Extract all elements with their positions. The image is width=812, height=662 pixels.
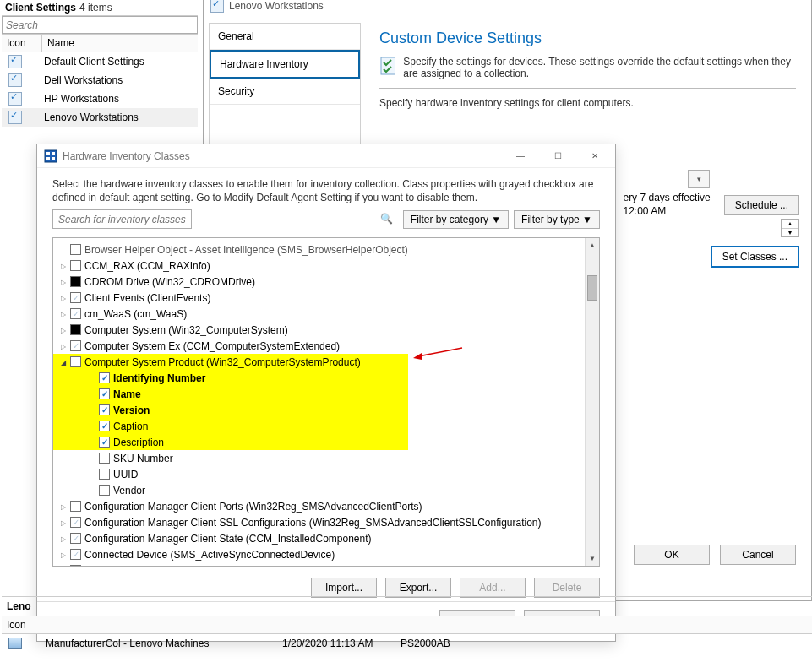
checkbox[interactable] xyxy=(70,356,81,367)
column-header-icon[interactable]: Icon xyxy=(2,35,42,52)
list-item[interactable]: Lenovo Workstations xyxy=(2,108,198,127)
client-settings-search[interactable] xyxy=(2,16,198,34)
tree-property-row[interactable]: Description xyxy=(53,434,408,450)
expand-toggle-icon[interactable] xyxy=(58,357,68,366)
checkbox[interactable] xyxy=(70,244,81,255)
checkbox[interactable] xyxy=(70,324,81,335)
tree-class-row[interactable]: Configuration Manager Client Ports (Win3… xyxy=(53,498,599,514)
expand-toggle-icon[interactable] xyxy=(58,341,68,350)
tree-class-row[interactable]: Computer System Ex (CCM_ComputerSystemEx… xyxy=(53,338,599,354)
list-item[interactable]: Dell Workstations xyxy=(2,71,198,90)
checkbox[interactable] xyxy=(70,292,81,303)
expand-toggle-icon[interactable] xyxy=(58,550,68,559)
tree-class-row[interactable]: Configuration Manager Client SSL Configu… xyxy=(53,514,599,530)
dialog-title-bar: Lenovo Workstations xyxy=(204,0,811,18)
expand-toggle-icon[interactable] xyxy=(58,518,68,527)
checkbox[interactable] xyxy=(99,453,110,464)
column-header-name[interactable]: Name xyxy=(42,35,198,52)
expand-toggle-icon[interactable] xyxy=(58,534,68,543)
tree-item-label: UUID xyxy=(113,469,138,480)
tab-general[interactable]: General xyxy=(210,24,360,50)
scroll-thumb[interactable] xyxy=(587,275,597,301)
tree-property-row[interactable]: Name xyxy=(53,386,408,402)
collections-title: Leno xyxy=(7,600,31,612)
checkbox[interactable] xyxy=(70,276,81,287)
expand-toggle-icon[interactable] xyxy=(58,261,68,270)
import-button[interactable]: Import... xyxy=(311,578,377,598)
filter-type-button[interactable]: Filter by type ▼ xyxy=(514,210,600,229)
column-header-name[interactable] xyxy=(46,616,282,633)
tree-property-row[interactable]: SKU Number xyxy=(53,450,599,466)
maximize-button[interactable]: ☐ xyxy=(539,146,576,166)
checkbox[interactable] xyxy=(70,549,81,560)
checkbox[interactable] xyxy=(70,565,81,566)
checkbox[interactable] xyxy=(99,485,110,496)
tree-property-row[interactable]: Vendor xyxy=(53,482,599,498)
checkbox[interactable] xyxy=(99,388,110,399)
ok-button[interactable]: OK xyxy=(634,545,710,565)
tree-property-row[interactable]: Caption xyxy=(53,418,408,434)
tree-class-row[interactable]: Client Events (ClientEvents) xyxy=(53,290,599,306)
set-classes-button[interactable]: Set Classes ... xyxy=(711,246,799,268)
list-item[interactable]: Default Client Settings xyxy=(2,52,198,71)
expand-toggle-icon[interactable] xyxy=(58,309,68,318)
checkbox[interactable] xyxy=(70,501,81,512)
expand-toggle-icon[interactable] xyxy=(58,293,68,302)
client-settings-column-headers: Icon Name xyxy=(2,34,198,52)
checkbox[interactable] xyxy=(70,517,81,528)
schedule-button[interactable]: Schedule ... xyxy=(724,195,799,215)
checkbox[interactable] xyxy=(99,372,110,383)
dialog-title-bar[interactable]: Hardware Inventory Classes — ☐ ✕ xyxy=(37,144,615,168)
chevron-down-icon: ▾ xyxy=(697,175,701,183)
tree-class-row[interactable]: CCM_RAX (CCM_RAXInfo) xyxy=(53,258,599,274)
class-search-input[interactable] xyxy=(52,209,192,229)
tree-property-row[interactable]: Identifying Number xyxy=(53,370,408,386)
checklist-icon xyxy=(379,56,395,76)
checkbox[interactable] xyxy=(99,421,110,431)
tab-security[interactable]: Security xyxy=(210,79,360,105)
checkbox[interactable] xyxy=(70,260,81,271)
column-header-icon[interactable]: Icon xyxy=(2,616,46,633)
close-button[interactable]: ✕ xyxy=(576,146,613,166)
tree-class-row[interactable]: Computer System (Win32_ComputerSystem) xyxy=(53,322,599,338)
tree-class-row[interactable]: CDROM Drive (Win32_CDROMDrive) xyxy=(53,274,599,290)
tree-item-label: Configuration Manager Client Ports (Win3… xyxy=(84,501,422,513)
checkbox[interactable] xyxy=(99,404,110,415)
tree-item-label: SKU Number xyxy=(113,453,173,464)
row-name: ManufacturerCol - Lenovo Machines xyxy=(46,638,282,649)
tree-class-row[interactable]: cm_WaaS (cm_WaaS) xyxy=(53,306,599,322)
cancel-button[interactable]: Cancel xyxy=(720,545,796,565)
tree-property-row[interactable]: Version xyxy=(53,402,408,418)
tree-class-row[interactable]: Default Browser (SMS_DefaultBrowser) xyxy=(53,562,599,566)
filter-category-button[interactable]: Filter by category ▼ xyxy=(403,210,509,229)
expand-toggle-icon[interactable] xyxy=(58,277,68,286)
delete-button[interactable]: Delete xyxy=(534,578,600,598)
column-header-date[interactable] xyxy=(282,616,401,633)
dropdown-button[interactable]: ▾ xyxy=(688,170,710,188)
table-row[interactable]: ManufacturerCol - Lenovo Machines 1/20/2… xyxy=(2,634,812,653)
add-button[interactable]: Add... xyxy=(460,578,526,598)
column-header-member[interactable] xyxy=(401,616,536,633)
checkbox[interactable] xyxy=(99,437,110,448)
minimize-button[interactable]: — xyxy=(502,146,539,166)
tree-property-row[interactable]: UUID xyxy=(53,466,599,482)
numeric-stepper[interactable]: ▴ ▾ xyxy=(781,219,799,237)
scrollbar[interactable]: ▲ ▼ xyxy=(585,238,599,566)
dialog-title: Lenovo Workstations xyxy=(229,0,324,12)
checkbox[interactable] xyxy=(99,469,110,480)
checkbox[interactable] xyxy=(70,340,81,351)
expand-toggle-icon[interactable] xyxy=(58,325,68,334)
svg-rect-0 xyxy=(381,57,395,74)
checkbox[interactable] xyxy=(70,308,81,319)
tree-class-row[interactable]: Connected Device (SMS_ActiveSyncConnecte… xyxy=(53,546,599,562)
checkbox[interactable] xyxy=(70,533,81,544)
list-item-label: Dell Workstations xyxy=(42,74,198,86)
tab-hardware-inventory[interactable]: Hardware Inventory xyxy=(210,50,360,79)
expand-toggle-icon[interactable] xyxy=(58,502,68,511)
tree-class-row[interactable]: Browser Helper Object - Asset Intelligen… xyxy=(53,241,599,258)
tree-class-row[interactable]: Computer System Product (Win32_ComputerS… xyxy=(53,354,408,370)
list-item[interactable]: HP Workstations xyxy=(2,90,198,108)
export-button[interactable]: Export... xyxy=(385,578,451,598)
tree-class-row[interactable]: Configuration Manager Client State (CCM_… xyxy=(53,530,599,546)
client-settings-icon xyxy=(8,55,22,68)
